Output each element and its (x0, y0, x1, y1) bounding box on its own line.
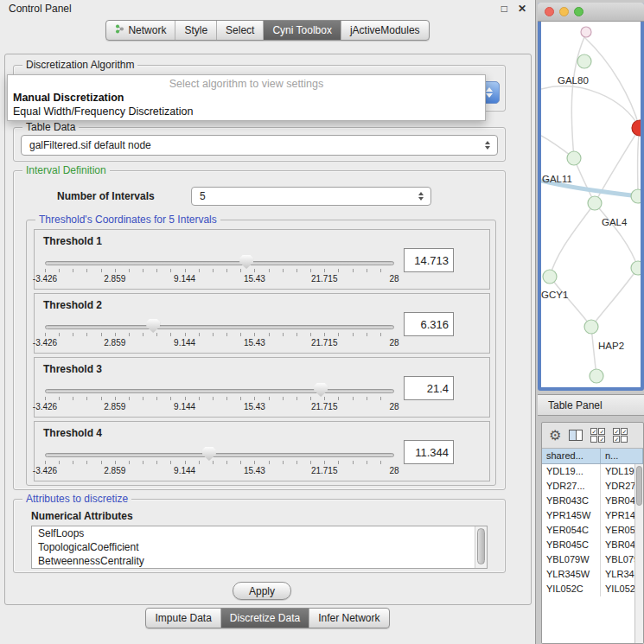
scale-label: 2.859 (104, 466, 125, 475)
tab-cyni-toolbox[interactable]: Cyni Toolbox (263, 21, 340, 40)
network-node[interactable] (581, 27, 591, 37)
dropdown-option-equal-width[interactable]: Equal Width/Frequency Discretization (8, 105, 485, 118)
cell[interactable]: YDR27... (542, 479, 601, 494)
scale-label: 15.43 (244, 466, 265, 475)
tab-label: Select (226, 24, 254, 36)
network-node[interactable] (590, 369, 603, 383)
table-panel-title: Table Panel (548, 399, 603, 411)
cell[interactable]: YBL079W (542, 552, 601, 567)
slider-track[interactable] (45, 325, 394, 329)
show-columns-icon[interactable] (569, 430, 583, 441)
threshold-slider[interactable]: -3.426 2.859 9.144 15.43 21.715 28 (45, 446, 394, 481)
network-window-titlebar[interactable] (538, 3, 644, 22)
cell[interactable]: YDL19... (542, 464, 601, 479)
scale-label: 9.144 (174, 274, 195, 284)
slider-track[interactable] (45, 453, 394, 457)
network-node[interactable] (631, 189, 641, 203)
table-row[interactable]: YLR345W YLR345W (542, 567, 643, 582)
zoom-traffic-light-icon[interactable] (574, 7, 583, 16)
threshold-value-field[interactable]: 11.344 (404, 440, 454, 464)
cyni-toolbox-panel: Discretization Algorithm Table Data galF… (4, 54, 532, 605)
cell[interactable]: YIL052C (542, 582, 601, 596)
network-node-gal80[interactable] (577, 54, 591, 68)
table-row[interactable]: YPR145W YPR145W (542, 508, 643, 523)
network-node-gal4[interactable] (588, 196, 602, 210)
group-label: Interval Definition (22, 164, 110, 176)
slider-handle[interactable] (239, 255, 253, 269)
list-scrollbar[interactable] (475, 526, 487, 568)
threshold-value-field[interactable]: 14.713 (404, 248, 454, 272)
slider-handle[interactable] (146, 319, 160, 333)
table-row[interactable]: YIL052C YIL052C (542, 582, 643, 596)
table-row[interactable]: YDL19... YDL19... (542, 464, 643, 479)
scale-label: 9.144 (174, 402, 195, 411)
scrollbar-thumb[interactable] (636, 466, 642, 506)
slider-handle[interactable] (202, 447, 216, 461)
cell[interactable]: YPR145W (542, 508, 601, 523)
network-node[interactable] (631, 261, 641, 275)
gear-icon[interactable]: ⚙ (549, 429, 561, 443)
number-of-intervals-select[interactable]: 5 (191, 187, 431, 206)
column-header-shared-name[interactable]: shared... (542, 449, 601, 463)
threshold-value-field[interactable]: 6.316 (404, 312, 454, 336)
list-item[interactable]: TopologicalCoefficient (32, 540, 487, 554)
column-header-name[interactable]: n... (601, 449, 643, 463)
table-row[interactable]: YBR043C YBR043C (542, 494, 643, 508)
table-row[interactable]: YDR27... YDR27... (542, 479, 643, 494)
apply-button[interactable]: Apply (233, 582, 291, 600)
tab-infer-network[interactable]: Infer Network (309, 609, 388, 628)
close-traffic-light-icon[interactable] (545, 7, 554, 16)
attributes-list[interactable]: SelfLoops TopologicalCoefficient Between… (31, 526, 488, 569)
group-label: Discretization Algorithm (22, 59, 137, 71)
select-attributes-icon[interactable]: ✓✓✓ (590, 428, 605, 443)
tab-discretize-data[interactable]: Discretize Data (220, 609, 309, 628)
dropdown-option-manual-discretization[interactable]: Manual Discretization (8, 91, 485, 105)
close-icon[interactable]: ✕ (518, 3, 526, 14)
threshold-slider[interactable]: -3.426 2.859 9.144 15.43 21.715 28 (45, 382, 394, 417)
scale-label: 21.715 (311, 466, 338, 475)
threshold-label: Threshold 1 (43, 235, 102, 247)
selected-network-node[interactable] (632, 120, 641, 136)
table-scrollbar[interactable] (634, 464, 643, 643)
table-row[interactable]: YBR045C YBR045C (542, 538, 643, 552)
threshold-slider[interactable]: -3.426 2.859 9.144 15.43 21.715 28 (45, 318, 394, 353)
list-item[interactable]: SelfLoops (32, 526, 487, 540)
tab-jactivemodules[interactable]: jActiveModules (341, 21, 429, 40)
table-data-group: Table Data galFiltered.sif default node (13, 127, 506, 162)
cell[interactable]: YER054C (542, 523, 601, 538)
threshold-value-field[interactable]: 21.4 (404, 376, 454, 400)
slider-track[interactable] (45, 261, 394, 265)
tab-network[interactable]: Network (106, 21, 175, 40)
tab-select[interactable]: Select (216, 21, 263, 40)
cell[interactable]: YBR045C (542, 538, 601, 552)
threshold-slider[interactable]: -3.426 2.859 9.144 15.43 21.715 28 (45, 254, 394, 289)
network-node-hap2[interactable] (584, 320, 598, 334)
float-window-icon[interactable]: □ (501, 3, 507, 14)
threshold-panel: Threshold 2 -3.426 2.859 9.144 15.43 21.… (34, 293, 490, 354)
table-row[interactable]: YBL079W YBL079W (542, 552, 643, 567)
tab-label: Style (184, 24, 207, 36)
list-item[interactable]: BetweennessCentrality (32, 554, 487, 568)
table-data-select[interactable]: galFiltered.sif default node (21, 135, 498, 156)
cell[interactable]: YBR043C (542, 494, 601, 508)
scrollbar-thumb[interactable] (477, 528, 485, 564)
slider-handle[interactable] (314, 383, 328, 397)
network-node-gal11[interactable] (567, 151, 581, 165)
table-row[interactable]: YER054C YER054C (542, 523, 643, 538)
tab-impute-data[interactable]: Impute Data (146, 609, 220, 628)
slider-scale: -3.426 2.859 9.144 15.43 21.715 28 (45, 466, 394, 476)
minimize-traffic-light-icon[interactable] (559, 7, 569, 16)
slider-track[interactable] (45, 389, 394, 393)
select-all-icon[interactable]: ✓✓✓ (613, 428, 628, 443)
table-panel-titlebar: Table Panel (538, 394, 644, 416)
dropdown-prompt: Select algorithm to view settings (8, 77, 485, 91)
number-of-intervals-label: Number of Intervals (57, 190, 155, 202)
slider-scale: -3.426 2.859 9.144 15.43 21.715 28 (45, 402, 394, 412)
tab-label: Discretize Data (230, 612, 300, 624)
network-node-gcy1[interactable] (543, 270, 557, 284)
number-of-intervals-value: 5 (192, 190, 418, 202)
group-label: Attributes to discretize (22, 493, 131, 505)
network-canvas[interactable]: GAL80 GAL11 GAL4 GCY1 HAP2 (541, 22, 641, 387)
tab-style[interactable]: Style (175, 21, 216, 40)
cell[interactable]: YLR345W (542, 567, 601, 582)
